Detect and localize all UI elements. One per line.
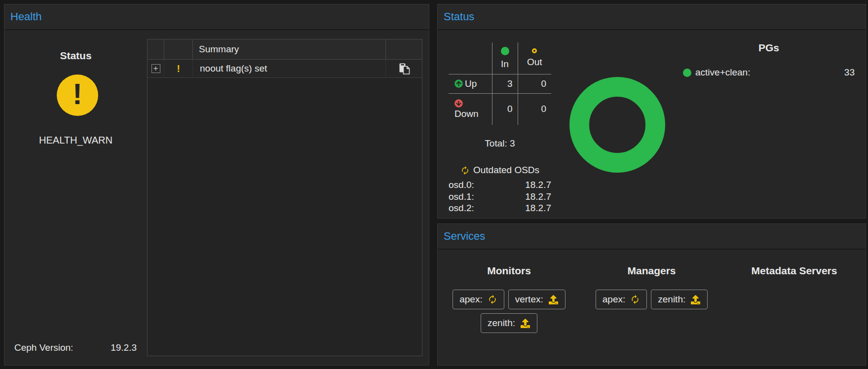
health-warnings-table: Summary + ! noout flag(s) set bbox=[147, 39, 422, 356]
services-panel-header: Services bbox=[438, 224, 866, 250]
service-name: apex: bbox=[603, 295, 625, 304]
outdated-osd-item: osd.0: 18.2.7 bbox=[449, 179, 551, 191]
header-severity-column bbox=[164, 39, 193, 59]
expand-row-icon[interactable]: + bbox=[151, 64, 160, 73]
ceph-version-row: Ceph Version: 19.2.3 bbox=[14, 342, 137, 353]
osd-in-label: In bbox=[501, 59, 509, 70]
outdated-osd-item: osd.1: 18.2.7 bbox=[449, 191, 551, 203]
osd-total: Total: 3 bbox=[449, 138, 551, 149]
outdated-osds-title: Outdated OSDs bbox=[473, 165, 539, 176]
copy-button[interactable] bbox=[398, 62, 411, 75]
ceph-version-value: 19.2.3 bbox=[111, 342, 137, 353]
managers-heading: Managers bbox=[627, 265, 676, 277]
upload-icon bbox=[548, 295, 559, 304]
osd-out-icon bbox=[532, 48, 537, 53]
metadata-servers-column: Metadata Servers bbox=[723, 250, 866, 365]
refresh-icon bbox=[460, 166, 470, 175]
osd-version: 18.2.7 bbox=[525, 179, 551, 191]
monitor-badge-vertex: vertex: bbox=[508, 290, 566, 309]
ceph-version-label: Ceph Version: bbox=[14, 342, 73, 353]
table-row[interactable]: + ! noout flag(s) set bbox=[148, 60, 422, 78]
refresh-icon bbox=[630, 295, 640, 304]
health-panel-title: Health bbox=[10, 10, 42, 23]
outdated-osd-item: osd.2: 18.2.7 bbox=[449, 202, 551, 214]
osd-out-label: Out bbox=[527, 57, 542, 68]
warning-severity-icon: ! bbox=[177, 63, 180, 74]
services-panel-title: Services bbox=[444, 230, 485, 243]
osd-down-out-value: 0 bbox=[518, 93, 551, 125]
osd-up-in-value: 3 bbox=[492, 74, 518, 93]
osd-name: osd.0: bbox=[449, 179, 474, 191]
pg-state-label: active+clean: bbox=[695, 67, 750, 78]
osd-up-label: Up bbox=[465, 78, 477, 89]
arrow-circle-up-icon bbox=[454, 79, 463, 88]
header-expand-column bbox=[148, 39, 164, 59]
monitor-badge-apex: apex: bbox=[453, 290, 504, 309]
osd-in-icon bbox=[501, 47, 509, 55]
pgs-heading: PGs bbox=[683, 42, 855, 54]
osd-version: 18.2.7 bbox=[525, 202, 551, 214]
pgs-legend-row: active+clean: 33 bbox=[683, 67, 855, 78]
monitor-badge-zenith: zenith: bbox=[481, 313, 537, 333]
service-name: zenith: bbox=[488, 318, 515, 328]
pg-state-count: 33 bbox=[844, 67, 855, 78]
header-summary-column: Summary bbox=[193, 39, 386, 59]
arrow-circle-down-icon bbox=[454, 99, 463, 108]
status-panel-header: Status bbox=[438, 4, 866, 30]
osd-down-in-value: 0 bbox=[492, 93, 518, 125]
osd-in-out-table: In Out Up 3 0 bbox=[449, 42, 551, 125]
managers-column: Managers apex: zenith: bbox=[580, 250, 723, 365]
status-panel-title: Status bbox=[444, 10, 474, 23]
health-warning-icon: ! bbox=[57, 74, 98, 116]
osd-table-corner-cell bbox=[449, 42, 492, 74]
osd-up-out-value: 0 bbox=[518, 74, 551, 93]
active-clean-dot-icon bbox=[683, 69, 691, 77]
exclamation-icon: ! bbox=[73, 79, 82, 109]
ceph-dashboard: { "colors": { "accent_blue": "#3c9ee8", … bbox=[0, 0, 868, 369]
upload-icon bbox=[520, 319, 530, 328]
outdated-osds-block: Outdated OSDs osd.0: 18.2.7 osd.1: 18.2.… bbox=[449, 165, 551, 214]
osd-status-panel: Status In Out bbox=[437, 4, 866, 219]
services-panel: Services Monitors apex: vertex: bbox=[437, 223, 866, 366]
copy-icon bbox=[398, 62, 411, 75]
manager-badge-zenith: zenith: bbox=[651, 290, 708, 309]
metadata-servers-heading: Metadata Servers bbox=[752, 265, 837, 277]
osd-version: 18.2.7 bbox=[525, 191, 551, 203]
osd-down-label: Down bbox=[454, 109, 479, 119]
osd-name: osd.2: bbox=[449, 202, 474, 214]
service-name: apex: bbox=[459, 295, 482, 304]
service-name: vertex: bbox=[515, 295, 543, 304]
refresh-icon bbox=[488, 295, 497, 304]
service-name: zenith: bbox=[658, 295, 685, 304]
header-action-column bbox=[386, 39, 422, 59]
pg-donut-chart bbox=[569, 77, 665, 173]
health-panel-header: Health bbox=[4, 4, 429, 30]
upload-icon bbox=[690, 295, 701, 304]
manager-badge-apex: apex: bbox=[596, 290, 647, 309]
monitors-column: Monitors apex: vertex: zenith: bbox=[438, 250, 580, 365]
health-panel: Health Status ! HEALTH_WARN Ceph Version… bbox=[4, 4, 429, 366]
warning-summary-text: noout flag(s) set bbox=[193, 60, 386, 77]
health-status-heading: Status bbox=[4, 50, 147, 62]
health-table-header: Summary bbox=[148, 39, 422, 60]
health-status-value: HEALTH_WARN bbox=[4, 135, 147, 146]
monitors-heading: Monitors bbox=[487, 265, 531, 277]
osd-name: osd.1: bbox=[449, 191, 474, 203]
